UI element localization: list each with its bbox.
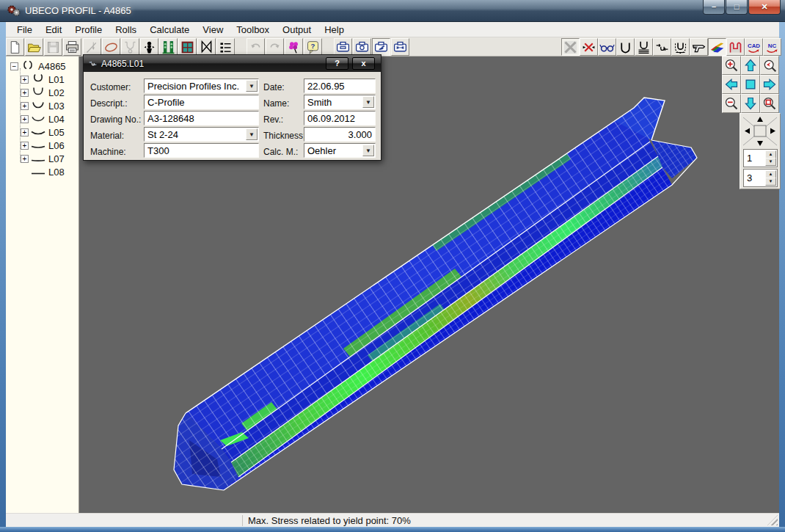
menu-rolls[interactable]: Rolls bbox=[109, 23, 143, 37]
zoom-all-button[interactable] bbox=[741, 75, 760, 94]
tree-root-row[interactable]: − A4865 bbox=[10, 60, 66, 72]
tree-item-L01[interactable]: +L01 bbox=[21, 73, 65, 85]
parts-list-button[interactable] bbox=[216, 38, 235, 56]
descript-label: Descript.: bbox=[90, 98, 128, 109]
collapse-icon[interactable]: − bbox=[10, 62, 18, 70]
spin-down-icon[interactable]: ▼ bbox=[765, 158, 776, 166]
descript-field[interactable] bbox=[144, 95, 259, 109]
zoom-window-button[interactable] bbox=[760, 94, 779, 113]
open-project-button[interactable] bbox=[25, 38, 43, 56]
save-button[interactable] bbox=[44, 38, 62, 56]
context-help-button[interactable]: ? bbox=[304, 38, 322, 56]
view-drawing-button[interactable] bbox=[334, 38, 352, 56]
tree-item-L02[interactable]: +L02 bbox=[21, 87, 65, 98]
point-gun-button[interactable] bbox=[690, 38, 708, 56]
zoom-in-button[interactable] bbox=[722, 56, 741, 75]
roll-window-button[interactable] bbox=[178, 38, 197, 56]
menu-toolbox[interactable]: Toolbox bbox=[230, 23, 276, 37]
name-dropdown-icon[interactable]: ▼ bbox=[362, 96, 374, 108]
show-glasses-button[interactable] bbox=[598, 38, 616, 56]
pan-left-button[interactable] bbox=[722, 75, 741, 94]
flower-figure-button[interactable] bbox=[140, 38, 158, 56]
menu-view[interactable]: View bbox=[196, 23, 230, 37]
springback-u-button[interactable] bbox=[671, 38, 690, 56]
delete-grid-button[interactable] bbox=[561, 38, 580, 56]
menu-calculate[interactable]: Calculate bbox=[143, 23, 196, 37]
material-combo[interactable]: ▼ bbox=[144, 127, 259, 142]
measure-tool-button[interactable] bbox=[83, 38, 101, 56]
pan-down-button[interactable] bbox=[741, 94, 760, 113]
date-field[interactable] bbox=[304, 79, 376, 93]
expand-icon[interactable]: + bbox=[21, 128, 29, 136]
pan-right-button[interactable] bbox=[760, 75, 779, 94]
menu-edit[interactable]: Edit bbox=[39, 23, 68, 37]
calc-m-dropdown-icon[interactable]: ▼ bbox=[362, 145, 374, 156]
ellipse-tool-button[interactable] bbox=[102, 38, 120, 56]
redo-button[interactable] bbox=[266, 38, 284, 56]
resize-grip[interactable] bbox=[767, 515, 778, 525]
spin-down-icon[interactable]: ▼ bbox=[765, 178, 776, 186]
tree-item-L08[interactable]: L08 bbox=[31, 166, 65, 178]
status-message: Max. Stress related to yield point: 70% bbox=[248, 515, 411, 526]
roll-cross-button[interactable] bbox=[197, 38, 216, 56]
view-circle-button[interactable] bbox=[353, 38, 371, 56]
view-spinner[interactable]: 3 ▲ ▼ bbox=[743, 169, 778, 187]
application-window: UBECO PROFIL - A4865 – □ ✕ File Edit Pro… bbox=[0, 0, 785, 532]
profile-u-button[interactable] bbox=[616, 38, 635, 56]
calc-m-combo[interactable]: ▼ bbox=[304, 143, 376, 158]
undo-button[interactable] bbox=[247, 38, 265, 56]
flower-3d-button[interactable] bbox=[708, 38, 726, 56]
rev-field[interactable] bbox=[304, 111, 376, 125]
tree-item-L05[interactable]: +L05 bbox=[21, 126, 65, 138]
expand-icon[interactable]: + bbox=[21, 89, 29, 97]
view-dimensions-button[interactable] bbox=[391, 38, 409, 56]
tree-item-L07[interactable]: +L07 bbox=[21, 153, 65, 164]
cad-export-button[interactable]: CAD bbox=[745, 38, 763, 56]
delete-marks-button[interactable] bbox=[580, 38, 598, 56]
zoom-previous-button[interactable] bbox=[760, 56, 779, 75]
maximize-button[interactable]: □ bbox=[726, 0, 748, 15]
pass-icon-L01 bbox=[31, 73, 45, 85]
view-tools-button[interactable] bbox=[372, 38, 390, 56]
name-combo[interactable]: ▼ bbox=[304, 95, 376, 109]
menu-profile[interactable]: Profile bbox=[68, 23, 109, 37]
customer-combo[interactable]: ▼ bbox=[144, 79, 259, 93]
tree-root-label: A4865 bbox=[38, 61, 66, 72]
pan-up-button[interactable] bbox=[741, 56, 760, 75]
pass-spinner[interactable]: 1 ▲ ▼ bbox=[743, 149, 778, 167]
zoom-out-button[interactable] bbox=[722, 94, 741, 113]
roll-bridge-button[interactable] bbox=[726, 38, 745, 56]
expand-icon[interactable]: + bbox=[21, 102, 29, 110]
title-bar[interactable]: UBECO PROFIL - A4865 – □ ✕ bbox=[0, 0, 785, 22]
menu-output[interactable]: Output bbox=[276, 23, 318, 37]
menu-file[interactable]: File bbox=[10, 23, 39, 37]
profile-u-lines-button[interactable] bbox=[635, 38, 653, 56]
expand-icon[interactable]: + bbox=[21, 76, 29, 84]
profile-u-arrows-button[interactable] bbox=[653, 38, 671, 56]
flower-view-button[interactable] bbox=[285, 38, 303, 56]
tree-item-L04[interactable]: +L04 bbox=[21, 113, 65, 125]
nc-export-button[interactable]: NC bbox=[763, 38, 781, 56]
new-document-button[interactable] bbox=[6, 38, 24, 56]
machine-field[interactable] bbox=[144, 143, 259, 158]
thickness-field[interactable] bbox=[304, 127, 376, 142]
tree-item-L06[interactable]: +L06 bbox=[21, 139, 65, 151]
print-button[interactable] bbox=[63, 38, 81, 56]
customer-dropdown-icon[interactable]: ▼ bbox=[246, 80, 258, 92]
minimize-button[interactable]: – bbox=[703, 0, 725, 15]
dialog-title-bar[interactable]: A4865.L01 ? x bbox=[84, 55, 381, 72]
menu-help[interactable]: Help bbox=[318, 23, 351, 37]
close-button[interactable]: ✕ bbox=[748, 0, 781, 15]
dialog-close-button[interactable]: x bbox=[352, 57, 375, 70]
expand-icon[interactable]: + bbox=[21, 115, 29, 123]
expand-icon[interactable]: + bbox=[21, 142, 29, 150]
dialog-help-button[interactable]: ? bbox=[326, 57, 348, 70]
profile-header-dialog[interactable]: A4865.L01 ? x Customer: ▼ Date: Descript… bbox=[83, 54, 381, 161]
rotate-pad[interactable] bbox=[740, 114, 780, 148]
expand-icon[interactable]: + bbox=[21, 155, 29, 163]
fork-tool-button[interactable] bbox=[121, 38, 139, 56]
material-dropdown-icon[interactable]: ▼ bbox=[246, 128, 258, 140]
drawing-no-field[interactable] bbox=[144, 111, 259, 125]
tree-item-L03[interactable]: +L03 bbox=[21, 100, 65, 112]
roll-stand-button[interactable] bbox=[159, 38, 178, 56]
